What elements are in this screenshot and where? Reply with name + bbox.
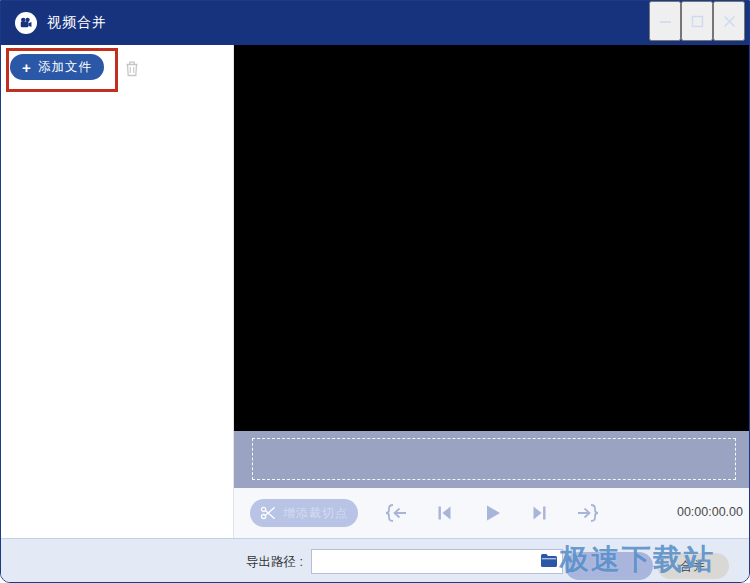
export-path-input[interactable] (314, 550, 538, 573)
prev-frame-button[interactable] (432, 501, 456, 525)
play-icon (482, 503, 502, 523)
app-window: 视频合并 + 添加文件 (0, 0, 750, 583)
playback-controls-bar: 增添裁切点 (234, 488, 750, 538)
video-preview[interactable] (234, 45, 750, 431)
video-camera-icon (19, 16, 33, 30)
prev-frame-icon (434, 503, 454, 523)
timeline-strip[interactable] (234, 431, 750, 488)
scissors-icon (260, 505, 276, 521)
maximize-button[interactable] (681, 1, 713, 41)
seek-start-button[interactable] (384, 501, 408, 525)
folder-icon (540, 553, 558, 568)
close-button[interactable] (713, 1, 745, 41)
export-path-field-wrap (311, 549, 563, 574)
next-frame-icon (530, 503, 550, 523)
seek-end-button[interactable] (576, 501, 600, 525)
plus-icon: + (22, 60, 31, 75)
close-icon (723, 15, 736, 28)
merge-button[interactable]: 合并 (657, 553, 729, 579)
browse-folder-button[interactable] (539, 553, 559, 570)
export-bar: 导出路径 : 合并 极速下载站 (1, 538, 749, 583)
add-cut-point-button[interactable]: 增添裁切点 (250, 499, 358, 527)
next-frame-button[interactable] (528, 501, 552, 525)
file-list-panel: + 添加文件 (1, 45, 234, 538)
minimize-button[interactable] (649, 1, 681, 41)
add-files-button[interactable]: + 添加文件 (10, 54, 104, 80)
transport-controls (384, 501, 600, 525)
page-title: 视频合并 (47, 14, 107, 32)
minimize-icon (659, 15, 672, 28)
add-cut-point-label: 增添裁切点 (283, 505, 348, 522)
export-path-label: 导出路径 : (246, 554, 303, 571)
titlebar: 视频合并 (1, 1, 749, 45)
seek-start-icon (384, 503, 408, 523)
timeline-dropzone[interactable] (252, 438, 736, 480)
seek-end-icon (576, 503, 600, 523)
add-files-label: 添加文件 (38, 59, 92, 76)
app-logo (15, 12, 37, 34)
time-display: 00:00:00.00 (677, 505, 743, 519)
play-button[interactable] (480, 501, 504, 525)
maximize-icon (691, 15, 704, 28)
delete-file-button[interactable] (123, 59, 141, 82)
trash-icon (123, 59, 141, 78)
window-controls (649, 1, 745, 41)
bottom-left-pill-button[interactable] (565, 552, 653, 580)
